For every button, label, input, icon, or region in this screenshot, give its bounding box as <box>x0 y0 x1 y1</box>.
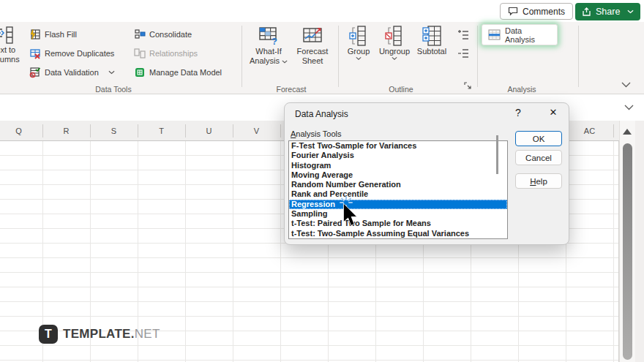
data-analysis-label: Data Analysis <box>505 26 551 44</box>
text-to-columns-icon <box>0 25 14 45</box>
dialog-title: Data Analysis <box>295 109 348 119</box>
ribbon-separator <box>242 26 242 87</box>
show-detail-button[interactable] <box>457 28 469 42</box>
analysis-group-label: Analysis <box>482 85 562 94</box>
group-button[interactable]: Group <box>342 25 375 82</box>
ribbon-separator <box>338 26 339 87</box>
window-edge <box>635 121 644 362</box>
what-if-label-1: What-If <box>255 47 281 56</box>
template-net-watermark: T TEMPLATE.NET <box>39 325 160 344</box>
relationships-icon <box>134 48 146 59</box>
analysis-tool-item[interactable]: Regression <box>289 200 507 209</box>
column-header-separator <box>233 124 233 137</box>
window-top-bar: Comments Share <box>0 0 644 22</box>
gridline <box>613 141 614 362</box>
cancel-button[interactable]: Cancel <box>515 150 562 165</box>
text-to-columns-label-2: Columns <box>0 55 20 64</box>
column-header[interactable]: R <box>42 121 90 141</box>
group-icon <box>348 25 370 47</box>
column-header[interactable]: T <box>138 121 185 141</box>
what-if-analysis-button[interactable]: ? What-If Analysis <box>247 25 290 82</box>
outline-dialog-launcher[interactable] <box>464 82 472 90</box>
column-header[interactable]: AC <box>566 121 613 141</box>
data-validation-chevron-icon <box>108 70 115 75</box>
column-header-separator <box>613 124 614 137</box>
data-tools-group-label: Data Tools <box>73 85 154 94</box>
flash-fill-label: Flash Fill <box>45 30 77 39</box>
relationships-button: Relationships <box>134 46 198 61</box>
text-to-columns-button[interactable]: Text to Columns <box>0 25 29 82</box>
ungroup-button[interactable]: Ungroup <box>376 25 413 82</box>
mouse-cursor <box>342 203 360 231</box>
column-header-separator <box>280 124 281 137</box>
comments-button[interactable]: Comments <box>500 3 573 20</box>
listbox-scrollbar-thumb[interactable] <box>496 135 498 174</box>
hide-detail-button[interactable] <box>457 46 469 61</box>
formula-bar-expand-button[interactable] <box>624 105 634 110</box>
dialog-launcher-icon <box>464 82 472 90</box>
column-header[interactable]: Q <box>0 121 42 141</box>
share-icon <box>582 7 591 17</box>
share-label: Share <box>596 7 620 17</box>
help-button[interactable]: Help <box>515 173 562 189</box>
vertical-scrollbar-thumb[interactable] <box>623 143 632 360</box>
consolidate-button[interactable]: Consolidate <box>134 27 192 42</box>
analysis-tool-item[interactable]: Rank and Percentile <box>289 189 507 199</box>
what-if-chevron-icon <box>282 60 288 64</box>
gridline <box>233 141 233 362</box>
column-header-separator <box>185 124 186 137</box>
dialog-close-button[interactable]: ✕ <box>545 107 561 118</box>
subtotal-label: Subtotal <box>417 47 446 56</box>
data-analysis-dialog: Data Analysis ? ✕ Analysis Tools F-Test … <box>284 102 569 245</box>
vertical-scrollbar[interactable] <box>619 121 635 362</box>
template-net-logo-icon: T <box>39 325 58 344</box>
column-header-separator <box>90 124 91 137</box>
ribbon-separator <box>578 26 579 87</box>
analysis-tool-item[interactable]: t-Test: Paired Two Sample for Means <box>289 219 507 228</box>
ribbon: Text to Columns Flash Fill Remove Duplic… <box>0 22 644 94</box>
analysis-tool-item[interactable]: Moving Average <box>289 170 507 180</box>
manage-data-model-button[interactable]: Manage Data Model <box>134 65 222 80</box>
ribbon-collapse-button[interactable] <box>621 82 631 88</box>
forecast-group-label: Forecast <box>251 85 332 94</box>
analysis-tools-listbox[interactable]: F-Test Two-Sample for VariancesFourier A… <box>288 140 508 239</box>
relationships-label: Relationships <box>149 49 198 58</box>
data-analysis-button[interactable]: Data Analysis <box>482 24 558 45</box>
data-analysis-icon <box>488 29 501 41</box>
ungroup-chevron-icon <box>392 56 397 61</box>
analysis-tool-item[interactable]: F-Test Two-Sample for Variances <box>289 141 507 151</box>
column-header[interactable]: V <box>233 121 280 141</box>
ribbon-separator <box>477 26 478 87</box>
subtotal-icon <box>421 25 443 47</box>
gridline <box>280 141 281 362</box>
remove-duplicates-button[interactable]: Remove Duplicates <box>29 46 114 61</box>
data-validation-button[interactable]: Data Validation <box>29 65 115 80</box>
column-header-separator <box>42 124 43 137</box>
template-net-label: TEMPLATE.NET <box>63 327 160 342</box>
forecast-sheet-label-1: Forecast <box>297 47 329 56</box>
flash-fill-button[interactable]: Flash Fill <box>29 27 77 42</box>
analysis-tool-item[interactable]: Sampling <box>289 209 507 219</box>
ungroup-icon <box>383 25 405 47</box>
column-header[interactable]: U <box>185 121 233 141</box>
column-header[interactable]: S <box>90 121 138 141</box>
analysis-tool-item[interactable]: t-Test: Two-Sample Assuming Equal Varian… <box>289 229 507 238</box>
analysis-tool-item[interactable]: Histogram <box>289 161 507 170</box>
consolidate-label: Consolidate <box>149 30 192 39</box>
analysis-tool-item[interactable]: Fourier Analysis <box>289 151 507 160</box>
svg-text:?: ? <box>272 36 277 47</box>
forecast-sheet-button[interactable]: Forecast Sheet <box>293 25 332 82</box>
manage-data-model-label: Manage Data Model <box>149 68 222 77</box>
ok-button[interactable]: OK <box>515 131 562 146</box>
what-if-label-2: Analysis <box>250 56 288 66</box>
ungroup-label: Ungroup <box>379 47 410 56</box>
share-button[interactable]: Share <box>575 3 640 20</box>
analysis-tool-item[interactable]: Random Number Generation <box>289 180 507 189</box>
comments-label: Comments <box>523 7 565 17</box>
data-validation-icon <box>29 67 41 78</box>
scroll-up-arrow-icon[interactable] <box>623 129 632 135</box>
remove-duplicates-icon <box>29 48 41 59</box>
dialog-help-button[interactable]: ? <box>510 107 526 118</box>
manage-data-model-icon <box>134 67 146 78</box>
subtotal-button[interactable]: Subtotal <box>413 25 451 82</box>
